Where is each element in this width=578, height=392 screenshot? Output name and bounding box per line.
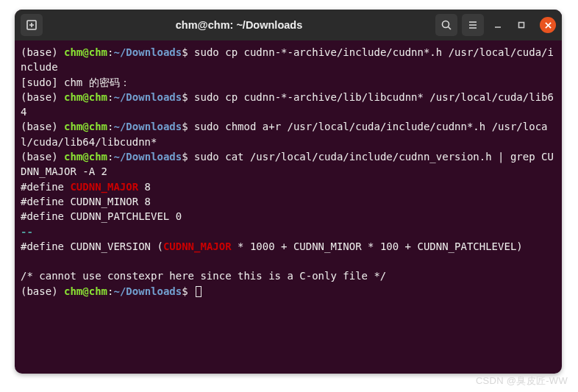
prompt-host: chm — [89, 91, 107, 103]
maximize-button[interactable] — [512, 15, 531, 35]
prompt-host: chm — [89, 151, 107, 163]
output-minor: #define CUDNN_MINOR 8 — [21, 196, 151, 207]
new-tab-button[interactable] — [21, 14, 43, 36]
terminal-window: chm@chm: ~/Downloads (base) chm@chm:~/Do… — [15, 10, 562, 374]
output-version-post: * 1000 + CUDNN_MINOR * 100 + CUDNN_PATCH… — [232, 240, 523, 252]
svg-line-4 — [449, 27, 452, 30]
prompt-path: ~/Downloads — [113, 151, 182, 163]
sudo-password-prompt: [sudo] chm 的密码： — [21, 76, 130, 88]
prompt-dollar: $ — [182, 121, 194, 132]
prompt-at: @ — [82, 151, 88, 163]
plus-box-icon — [26, 19, 38, 31]
prompt-path: ~/Downloads — [113, 121, 182, 132]
titlebar: chm@chm: ~/Downloads — [15, 10, 562, 40]
prompt-at: @ — [82, 46, 88, 58]
prompt-dollar: $ — [182, 46, 194, 58]
prompt-dollar: $ — [182, 285, 194, 297]
output-version-pre: #define CUDNN_VERSION ( — [21, 240, 163, 252]
close-button[interactable] — [540, 17, 556, 33]
window-title: chm@chm: ~/Downloads — [47, 19, 431, 31]
output-separator: -- — [21, 226, 33, 238]
watermark: CSDN @臭皮匠-WW — [476, 374, 568, 388]
minimize-button[interactable] — [488, 15, 507, 35]
maximize-icon — [517, 21, 526, 29]
prompt-user: chm — [64, 121, 82, 132]
prompt-user: chm — [64, 91, 82, 103]
close-icon — [545, 22, 552, 29]
prompt-env: (base) — [21, 91, 64, 103]
prompt-at: @ — [82, 285, 88, 297]
prompt-env: (base) — [21, 46, 64, 58]
prompt-user: chm — [64, 285, 82, 297]
prompt-host: chm — [89, 121, 107, 132]
output-comment: /* cannot use constexpr here since this … — [21, 270, 386, 282]
search-icon — [440, 19, 452, 31]
svg-point-3 — [443, 21, 449, 28]
prompt-host: chm — [89, 285, 107, 297]
prompt-path: ~/Downloads — [113, 91, 182, 103]
prompt-user: chm — [64, 151, 82, 163]
prompt-host: chm — [89, 46, 107, 58]
output-patch: #define CUDNN_PATCHLEVEL 0 — [21, 210, 182, 222]
minimize-icon — [493, 21, 502, 29]
search-button[interactable] — [435, 14, 457, 36]
terminal-body[interactable]: (base) chm@chm:~/Downloads$ sudo cp cudn… — [15, 40, 562, 303]
prompt-path: ~/Downloads — [113, 46, 182, 58]
menu-button[interactable] — [462, 14, 484, 36]
output-version-major: CUDNN_MAJOR — [163, 240, 232, 252]
prompt-user: chm — [64, 46, 82, 58]
prompt-at: @ — [82, 121, 88, 132]
prompt-env: (base) — [21, 151, 64, 163]
cursor — [196, 286, 201, 297]
prompt-dollar: $ — [182, 91, 194, 103]
prompt-path: ~/Downloads — [113, 285, 182, 297]
output-define-prefix: #define — [21, 181, 70, 193]
prompt-dollar: $ — [182, 151, 194, 163]
output-major-key: CUDNN_MAJOR — [70, 181, 138, 193]
prompt-at: @ — [82, 91, 88, 103]
prompt-env: (base) — [21, 121, 64, 132]
hamburger-icon — [467, 19, 479, 31]
prompt-env: (base) — [21, 285, 64, 297]
output-major-val: 8 — [138, 181, 151, 193]
svg-rect-9 — [519, 23, 524, 28]
